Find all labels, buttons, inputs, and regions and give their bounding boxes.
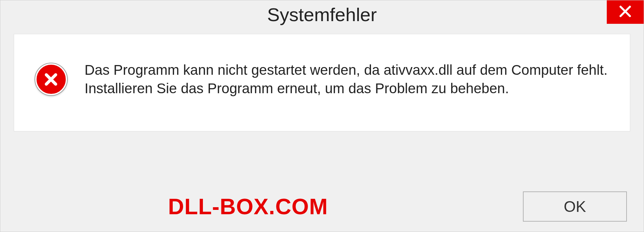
watermark-text: DLL-BOX.COM [168, 194, 328, 219]
error-message: Das Programm kann nicht gestartet werden… [85, 61, 610, 98]
error-dialog: Systemfehler Das Programm kann nicht ges… [0, 0, 644, 232]
error-icon [34, 63, 68, 96]
titlebar: Systemfehler [0, 0, 644, 31]
dialog-title: Systemfehler [267, 4, 377, 25]
close-button[interactable] [607, 0, 644, 24]
close-icon [619, 5, 632, 19]
content-panel: Das Programm kann nicht gestartet werden… [14, 34, 630, 131]
ok-button[interactable]: OK [523, 191, 627, 222]
dialog-footer: DLL-BOX.COM OK [0, 191, 644, 222]
